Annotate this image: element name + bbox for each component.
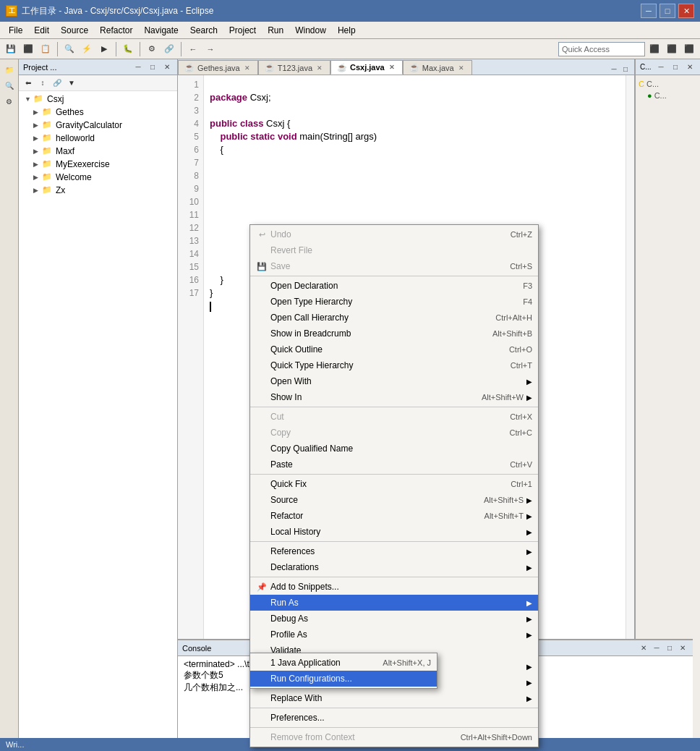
ctx-show-breadcrumb[interactable]: Show in Breadcrumb Alt+Shift+B (250, 326, 538, 341)
snippets-icon: 📌 (256, 581, 268, 593)
submenu-java-app[interactable]: 1 Java Application Alt+Shift+X, J (250, 655, 437, 671)
toolbar-btn-5[interactable]: ⚡ (79, 41, 95, 57)
toolbar-btn-3[interactable]: 📋 (38, 41, 54, 57)
ctx-declarations[interactable]: Declarations ▶ (250, 559, 538, 575)
ctx-open-with[interactable]: Open With ▶ (250, 373, 538, 389)
close-button[interactable]: ✕ (678, 4, 694, 18)
minimize-button[interactable]: ─ (641, 4, 657, 18)
submenu-run-configurations[interactable]: Run Configurations... (250, 671, 437, 687)
ctx-open-call-hierarchy[interactable]: Open Call Hierarchy Ctrl+Alt+H (250, 310, 538, 326)
save-icon: 💾 (256, 260, 268, 272)
ctx-undo[interactable]: ↩ Undo Ctrl+Z (250, 226, 538, 242)
context-menu-overlay[interactable]: ↩ Undo Ctrl+Z Revert File 💾 Save Ctrl+S … (0, 59, 700, 751)
ctx-cut[interactable]: Cut Ctrl+X (250, 409, 538, 425)
toolbar-btn-8[interactable]: ⚙ (144, 41, 160, 57)
menu-refactor[interactable]: Refactor (94, 24, 138, 37)
ctx-references[interactable]: References ▶ (250, 543, 538, 559)
ctx-quick-fix[interactable]: Quick Fix Ctrl+1 (250, 476, 538, 492)
ctx-debug-as[interactable]: Debug As ▶ (250, 611, 538, 627)
menu-source[interactable]: Source (55, 24, 94, 37)
menu-project[interactable]: Project (223, 24, 262, 37)
toolbar-btn-9[interactable]: 🔗 (161, 41, 177, 57)
app-icon: 工 (6, 5, 17, 17)
window-title: 工作目录 - Java - Csxj/src/Csxj/Csxj.java - … (22, 5, 213, 17)
toolbar-btn-14[interactable]: ⬛ (681, 41, 697, 57)
toolbar-btn-12[interactable]: ⬛ (646, 41, 662, 57)
toolbar-btn-10[interactable]: ← (185, 41, 201, 57)
ctx-source[interactable]: Source Alt+Shift+S ▶ (250, 492, 538, 508)
ctx-run-as[interactable]: Run As ▶ (250, 595, 538, 611)
undo-icon: ↩ (256, 229, 268, 240)
ctx-replace-with[interactable]: Replace With ▶ (250, 690, 538, 706)
ctx-copy-qualified-name[interactable]: Copy Qualified Name (250, 441, 538, 457)
run-as-submenu: 1 Java Application Alt+Shift+X, J Run Co… (249, 653, 438, 689)
ctx-local-history[interactable]: Local History ▶ (250, 524, 538, 540)
toolbar-btn-11[interactable]: → (202, 41, 218, 57)
ctx-preferences[interactable]: Preferences... (250, 710, 538, 726)
quick-access-box[interactable]: Quick Access (558, 42, 645, 56)
menu-run[interactable]: Run (262, 24, 289, 37)
ctx-quick-type-hierarchy[interactable]: Quick Type Hierarchy Ctrl+T (250, 357, 538, 373)
ctx-open-type-hierarchy[interactable]: Open Type Hierarchy F4 (250, 294, 538, 310)
menu-search[interactable]: Search (184, 24, 223, 37)
toolbar-btn-2[interactable]: ⬛ (20, 41, 36, 57)
toolbar-btn-7[interactable]: 🐛 (120, 41, 136, 57)
maximize-button[interactable]: □ (660, 4, 675, 18)
ctx-remove-context[interactable]: Remove from Context Ctrl+Alt+Shift+Down (250, 729, 538, 745)
toolbar-btn-1[interactable]: 💾 (3, 41, 19, 57)
ctx-paste[interactable]: Paste Ctrl+V (250, 457, 538, 472)
ctx-save[interactable]: 💾 Save Ctrl+S (250, 258, 538, 274)
toolbar-btn-6[interactable]: ▶ (96, 41, 112, 57)
toolbar-btn-13[interactable]: ⬛ (664, 41, 680, 57)
ctx-refactor[interactable]: Refactor Alt+Shift+T ▶ (250, 508, 538, 524)
menu-edit[interactable]: Edit (28, 24, 55, 37)
title-bar: 工 工作目录 - Java - Csxj/src/Csxj/Csxj.java … (0, 0, 700, 22)
ctx-revert-file[interactable]: Revert File (250, 242, 538, 258)
toolbar-btn-4[interactable]: 🔍 (61, 41, 77, 57)
menu-window[interactable]: Window (289, 24, 332, 37)
toolbar: 💾 ⬛ 📋 🔍 ⚡ ▶ 🐛 ⚙ 🔗 ← → Quick Access ⬛ ⬛ ⬛ (0, 39, 700, 59)
ctx-profile-as[interactable]: Profile As ▶ (250, 627, 538, 642)
ctx-quick-outline[interactable]: Quick Outline Ctrl+O (250, 341, 538, 357)
menu-navigate[interactable]: Navigate (138, 24, 184, 37)
ctx-add-snippets[interactable]: 📌 Add to Snippets... (250, 579, 538, 595)
menu-bar: File Edit Source Refactor Navigate Searc… (0, 22, 700, 39)
ctx-copy[interactable]: Copy Ctrl+C (250, 425, 538, 441)
ctx-open-declaration[interactable]: Open Declaration F3 (250, 278, 538, 294)
ctx-show-in[interactable]: Show In Alt+Shift+W ▶ (250, 389, 538, 405)
menu-file[interactable]: File (3, 24, 28, 37)
menu-help[interactable]: Help (332, 24, 362, 37)
